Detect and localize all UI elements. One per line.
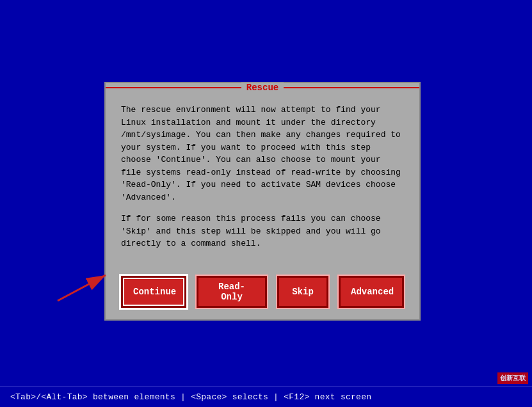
title-line-right	[284, 87, 419, 88]
body-paragraph-2: If for some reason this process fails yo…	[121, 212, 404, 250]
dialog-body: The rescue environment will now attempt …	[106, 93, 419, 269]
dialog-title-bar: Rescue	[106, 83, 419, 93]
rescue-dialog: Rescue The rescue environment will now a…	[104, 82, 421, 321]
read-only-button[interactable]: Read-Only	[197, 276, 267, 308]
continue-button[interactable]: Continue	[121, 276, 186, 308]
dialog-buttons: Continue Read-Only Skip Advanced	[106, 269, 419, 319]
title-line-left	[106, 87, 241, 88]
skip-button[interactable]: Skip	[277, 276, 328, 308]
bottom-bar-text: <Tab>/<Alt-Tab> between elements | <Spac…	[10, 392, 371, 402]
watermark: 创新互联	[497, 372, 528, 384]
body-paragraph-1: The rescue environment will now attempt …	[121, 104, 404, 204]
advanced-button[interactable]: Advanced	[339, 276, 404, 308]
svg-line-1	[58, 275, 106, 301]
screen: Rescue The rescue environment will now a…	[0, 0, 532, 407]
bottom-bar: <Tab>/<Alt-Tab> between elements | <Spac…	[0, 387, 532, 407]
dialog-title: Rescue	[241, 83, 284, 93]
